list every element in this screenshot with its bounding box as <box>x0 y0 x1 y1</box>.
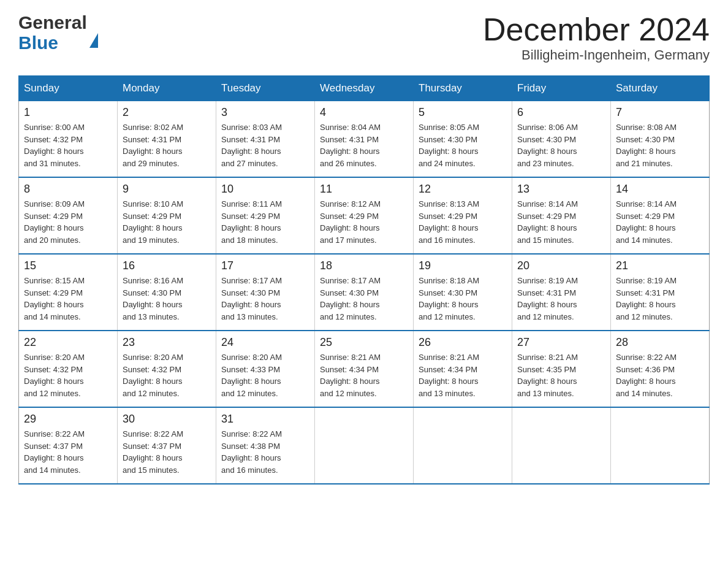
calendar-cell <box>611 407 710 484</box>
calendar-week-row: 22Sunrise: 8:20 AMSunset: 4:32 PMDayligh… <box>19 331 710 407</box>
calendar-cell: 30Sunrise: 8:22 AMSunset: 4:37 PMDayligh… <box>118 407 216 484</box>
day-number: 16 <box>123 259 211 272</box>
day-number: 2 <box>123 106 211 119</box>
logo: General Blue <box>18 12 98 53</box>
day-info: Sunrise: 8:17 AMSunset: 4:30 PMDaylight:… <box>221 275 309 323</box>
day-number: 14 <box>616 183 704 196</box>
day-info: Sunrise: 8:04 AMSunset: 4:31 PMDaylight:… <box>320 121 408 169</box>
day-info: Sunrise: 8:18 AMSunset: 4:30 PMDaylight:… <box>419 275 507 323</box>
calendar-cell: 8Sunrise: 8:09 AMSunset: 4:29 PMDaylight… <box>19 177 118 254</box>
day-info: Sunrise: 8:20 AMSunset: 4:33 PMDaylight:… <box>221 351 309 399</box>
day-number: 5 <box>419 106 507 119</box>
calendar-table: SundayMondayTuesdayWednesdayThursdayFrid… <box>18 75 710 484</box>
day-info: Sunrise: 8:05 AMSunset: 4:30 PMDaylight:… <box>419 121 507 169</box>
day-number: 22 <box>24 336 112 349</box>
day-number: 20 <box>517 259 605 272</box>
day-number: 25 <box>320 336 408 349</box>
day-info: Sunrise: 8:21 AMSunset: 4:34 PMDaylight:… <box>320 351 408 399</box>
day-info: Sunrise: 8:13 AMSunset: 4:29 PMDaylight:… <box>419 198 507 246</box>
day-number: 12 <box>419 183 507 196</box>
day-number: 7 <box>616 106 704 119</box>
day-number: 28 <box>616 336 704 349</box>
day-info: Sunrise: 8:14 AMSunset: 4:29 PMDaylight:… <box>517 198 605 246</box>
calendar-cell: 29Sunrise: 8:22 AMSunset: 4:37 PMDayligh… <box>19 407 118 484</box>
logo-arrow-icon <box>89 33 98 48</box>
day-info: Sunrise: 8:19 AMSunset: 4:31 PMDaylight:… <box>616 275 704 323</box>
calendar-cell: 25Sunrise: 8:21 AMSunset: 4:34 PMDayligh… <box>315 331 414 407</box>
day-number: 19 <box>419 259 507 272</box>
day-number: 9 <box>123 183 211 196</box>
calendar-cell <box>315 407 414 484</box>
day-number: 31 <box>221 413 309 426</box>
day-info: Sunrise: 8:21 AMSunset: 4:35 PMDaylight:… <box>517 351 605 399</box>
day-info: Sunrise: 8:00 AMSunset: 4:32 PMDaylight:… <box>24 121 112 169</box>
calendar-week-row: 1Sunrise: 8:00 AMSunset: 4:32 PMDaylight… <box>19 101 710 178</box>
page-header: General Blue December 2024 Billigheim-In… <box>18 12 710 63</box>
day-info: Sunrise: 8:22 AMSunset: 4:37 PMDaylight:… <box>123 428 211 476</box>
calendar-week-row: 15Sunrise: 8:15 AMSunset: 4:29 PMDayligh… <box>19 254 710 331</box>
day-number: 4 <box>320 106 408 119</box>
weekday-header-thursday: Thursday <box>414 76 512 101</box>
day-info: Sunrise: 8:06 AMSunset: 4:30 PMDaylight:… <box>517 121 605 169</box>
location-subtitle: Billigheim-Ingenheim, Germany <box>483 47 710 63</box>
day-info: Sunrise: 8:08 AMSunset: 4:30 PMDaylight:… <box>616 121 704 169</box>
weekday-header-friday: Friday <box>512 76 611 101</box>
day-info: Sunrise: 8:21 AMSunset: 4:34 PMDaylight:… <box>419 351 507 399</box>
day-info: Sunrise: 8:09 AMSunset: 4:29 PMDaylight:… <box>24 198 112 246</box>
calendar-cell: 27Sunrise: 8:21 AMSunset: 4:35 PMDayligh… <box>512 331 611 407</box>
calendar-cell: 31Sunrise: 8:22 AMSunset: 4:38 PMDayligh… <box>216 407 315 484</box>
calendar-cell: 4Sunrise: 8:04 AMSunset: 4:31 PMDaylight… <box>315 101 414 178</box>
calendar-cell: 19Sunrise: 8:18 AMSunset: 4:30 PMDayligh… <box>414 254 512 331</box>
calendar-cell: 3Sunrise: 8:03 AMSunset: 4:31 PMDaylight… <box>216 101 315 178</box>
calendar-cell: 28Sunrise: 8:22 AMSunset: 4:36 PMDayligh… <box>611 331 710 407</box>
day-number: 11 <box>320 183 408 196</box>
calendar-cell <box>512 407 611 484</box>
calendar-cell: 24Sunrise: 8:20 AMSunset: 4:33 PMDayligh… <box>216 331 315 407</box>
calendar-cell: 6Sunrise: 8:06 AMSunset: 4:30 PMDaylight… <box>512 101 611 178</box>
day-info: Sunrise: 8:15 AMSunset: 4:29 PMDaylight:… <box>24 275 112 323</box>
calendar-cell: 18Sunrise: 8:17 AMSunset: 4:30 PMDayligh… <box>315 254 414 331</box>
day-number: 26 <box>419 336 507 349</box>
calendar-cell: 13Sunrise: 8:14 AMSunset: 4:29 PMDayligh… <box>512 177 611 254</box>
weekday-header-monday: Monday <box>118 76 216 101</box>
day-info: Sunrise: 8:22 AMSunset: 4:36 PMDaylight:… <box>616 351 704 399</box>
day-number: 17 <box>221 259 309 272</box>
day-info: Sunrise: 8:17 AMSunset: 4:30 PMDaylight:… <box>320 275 408 323</box>
calendar-cell: 9Sunrise: 8:10 AMSunset: 4:29 PMDaylight… <box>118 177 216 254</box>
day-number: 15 <box>24 259 112 272</box>
calendar-cell: 23Sunrise: 8:20 AMSunset: 4:32 PMDayligh… <box>118 331 216 407</box>
day-info: Sunrise: 8:03 AMSunset: 4:31 PMDaylight:… <box>221 121 309 169</box>
day-number: 29 <box>24 413 112 426</box>
calendar-cell: 11Sunrise: 8:12 AMSunset: 4:29 PMDayligh… <box>315 177 414 254</box>
day-info: Sunrise: 8:02 AMSunset: 4:31 PMDaylight:… <box>123 121 211 169</box>
calendar-cell: 15Sunrise: 8:15 AMSunset: 4:29 PMDayligh… <box>19 254 118 331</box>
day-info: Sunrise: 8:22 AMSunset: 4:37 PMDaylight:… <box>24 428 112 476</box>
calendar-cell: 14Sunrise: 8:14 AMSunset: 4:29 PMDayligh… <box>611 177 710 254</box>
day-number: 24 <box>221 336 309 349</box>
calendar-cell: 21Sunrise: 8:19 AMSunset: 4:31 PMDayligh… <box>611 254 710 331</box>
day-number: 8 <box>24 183 112 196</box>
title-section: December 2024 Billigheim-Ingenheim, Germ… <box>483 12 710 63</box>
day-number: 6 <box>517 106 605 119</box>
month-title: December 2024 <box>483 12 710 47</box>
calendar-cell: 1Sunrise: 8:00 AMSunset: 4:32 PMDaylight… <box>19 101 118 178</box>
day-info: Sunrise: 8:11 AMSunset: 4:29 PMDaylight:… <box>221 198 309 246</box>
day-info: Sunrise: 8:12 AMSunset: 4:29 PMDaylight:… <box>320 198 408 246</box>
day-number: 30 <box>123 413 211 426</box>
calendar-cell: 16Sunrise: 8:16 AMSunset: 4:30 PMDayligh… <box>118 254 216 331</box>
calendar-cell: 7Sunrise: 8:08 AMSunset: 4:30 PMDaylight… <box>611 101 710 178</box>
day-number: 1 <box>24 106 112 119</box>
calendar-week-row: 29Sunrise: 8:22 AMSunset: 4:37 PMDayligh… <box>19 407 710 484</box>
day-info: Sunrise: 8:16 AMSunset: 4:30 PMDaylight:… <box>123 275 211 323</box>
weekday-header-saturday: Saturday <box>611 76 710 101</box>
logo-general: General <box>18 12 87 33</box>
logo-text-group: General Blue <box>18 12 87 53</box>
day-number: 27 <box>517 336 605 349</box>
calendar-cell: 17Sunrise: 8:17 AMSunset: 4:30 PMDayligh… <box>216 254 315 331</box>
day-info: Sunrise: 8:10 AMSunset: 4:29 PMDaylight:… <box>123 198 211 246</box>
day-number: 3 <box>221 106 309 119</box>
day-number: 18 <box>320 259 408 272</box>
logo-blue: Blue <box>18 33 87 53</box>
calendar-week-row: 8Sunrise: 8:09 AMSunset: 4:29 PMDaylight… <box>19 177 710 254</box>
weekday-header-tuesday: Tuesday <box>216 76 315 101</box>
